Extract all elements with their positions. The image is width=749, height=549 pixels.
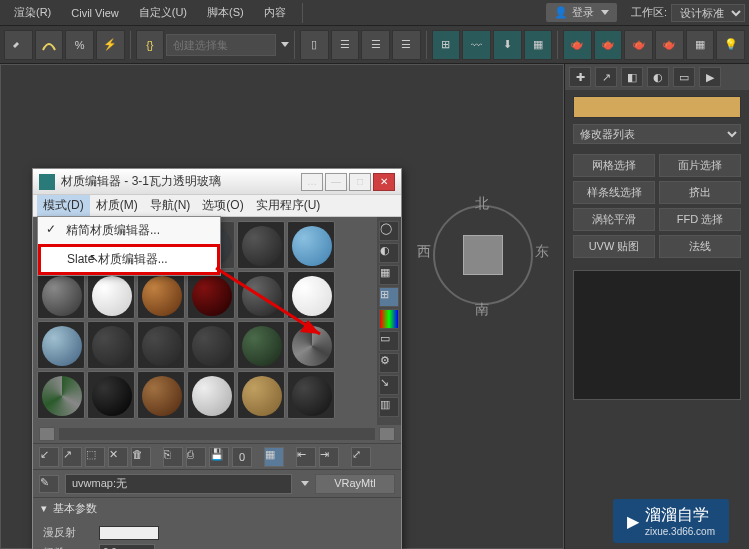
- modifier-btn-spline-select[interactable]: 样条线选择: [573, 181, 655, 204]
- more-button[interactable]: …: [301, 173, 323, 191]
- menu-utilities[interactable]: 实用程序(U): [250, 195, 327, 216]
- sample-uv-icon[interactable]: ⊞: [379, 287, 399, 307]
- schematic-icon[interactable]: ⊞: [432, 30, 461, 60]
- menu-material[interactable]: 材质(M): [90, 195, 144, 216]
- material-id-icon[interactable]: ▥: [379, 397, 399, 417]
- material-slot[interactable]: [287, 271, 335, 319]
- material-slot[interactable]: [187, 371, 235, 419]
- pick-icon[interactable]: ⤢: [351, 447, 371, 467]
- mat-id-icon[interactable]: 0: [232, 447, 252, 467]
- sample-type-icon[interactable]: ◯: [379, 221, 399, 241]
- menu-mode[interactable]: 模式(D): [37, 195, 90, 216]
- options-icon[interactable]: ⚙: [379, 353, 399, 373]
- layers-icon[interactable]: ☰: [392, 30, 421, 60]
- material-slot[interactable]: [37, 321, 85, 369]
- material-slot[interactable]: [37, 371, 85, 419]
- modifier-btn-mesh-select[interactable]: 网格选择: [573, 154, 655, 177]
- utilities-tab-icon[interactable]: ▶: [699, 67, 721, 87]
- material-slot[interactable]: [287, 371, 335, 419]
- modifier-btn-normal[interactable]: 法线: [659, 235, 741, 258]
- bolt-icon[interactable]: ⚡: [96, 30, 125, 60]
- roughness-spinner[interactable]: 0.0: [99, 544, 155, 549]
- brackets-icon[interactable]: {}: [136, 30, 165, 60]
- material-slot[interactable]: [37, 271, 85, 319]
- list-icon[interactable]: ☰: [361, 30, 390, 60]
- curve-icon[interactable]: [35, 30, 64, 60]
- pick-material-icon[interactable]: ✎: [39, 475, 59, 493]
- get-material-icon[interactable]: ↙: [39, 447, 59, 467]
- scroll-left-icon[interactable]: [39, 427, 55, 441]
- delete-icon[interactable]: 🗑: [131, 447, 151, 467]
- create-tab-icon[interactable]: ✚: [569, 67, 591, 87]
- mode-item-compact[interactable]: 精简材质编辑器...: [38, 217, 220, 244]
- modify-tab-icon[interactable]: ↗: [595, 67, 617, 87]
- select-by-mat-icon[interactable]: ↘: [379, 375, 399, 395]
- show-map-icon[interactable]: ▦: [264, 447, 284, 467]
- material-slot[interactable]: [137, 371, 185, 419]
- align-left-icon[interactable]: ☰: [331, 30, 360, 60]
- menu-content[interactable]: 内容: [254, 1, 296, 24]
- material-slot[interactable]: [137, 321, 185, 369]
- material-slot[interactable]: [87, 371, 135, 419]
- menu-civilview[interactable]: Civil View: [61, 3, 128, 23]
- rollout-header-basic[interactable]: ▾ 基本参数: [33, 498, 401, 519]
- go-parent-icon[interactable]: ⇤: [296, 447, 316, 467]
- diffuse-color-swatch[interactable]: [99, 526, 159, 540]
- render-frame-icon[interactable]: 🫖: [594, 30, 623, 60]
- modifier-stack[interactable]: [573, 270, 741, 400]
- modifier-btn-extrude[interactable]: 挤出: [659, 181, 741, 204]
- dope-sheet-icon[interactable]: ⬇: [493, 30, 522, 60]
- assign-icon[interactable]: ⬚: [85, 447, 105, 467]
- display-tab-icon[interactable]: ▭: [673, 67, 695, 87]
- video-color-icon[interactable]: [379, 309, 399, 329]
- material-slot[interactable]: [237, 371, 285, 419]
- material-slot[interactable]: [87, 271, 135, 319]
- put-library-icon[interactable]: 💾: [209, 447, 229, 467]
- put-to-scene-icon[interactable]: ↗: [62, 447, 82, 467]
- teapot2-icon[interactable]: 🫖: [655, 30, 684, 60]
- background-icon[interactable]: ▦: [379, 265, 399, 285]
- material-editor-titlebar[interactable]: 材质编辑器 - 3-1瓦力透明玻璃 … — □ ✕: [33, 169, 401, 195]
- go-forward-icon[interactable]: ⇥: [319, 447, 339, 467]
- menu-navigate[interactable]: 导航(N): [144, 195, 197, 216]
- hierarchy-tab-icon[interactable]: ◧: [621, 67, 643, 87]
- material-slot[interactable]: [137, 271, 185, 319]
- curve-editor-icon[interactable]: 〰: [462, 30, 491, 60]
- scroll-right-icon[interactable]: [379, 427, 395, 441]
- menu-render[interactable]: 渲染(R): [4, 1, 61, 24]
- view-cube[interactable]: 北 南 东 西: [423, 195, 543, 315]
- slot-scrollbar[interactable]: [33, 425, 401, 443]
- reset-icon[interactable]: ✕: [108, 447, 128, 467]
- material-name-input[interactable]: [65, 474, 292, 494]
- material-slot[interactable]: [237, 271, 285, 319]
- teapot-icon[interactable]: 🫖: [624, 30, 653, 60]
- chevron-down-icon[interactable]: [301, 481, 309, 486]
- chevron-down-icon[interactable]: [281, 42, 289, 47]
- align-icon[interactable]: ▯: [300, 30, 329, 60]
- render-icon[interactable]: ▦: [686, 30, 715, 60]
- modifier-btn-uvw-map[interactable]: UVW 贴图: [573, 235, 655, 258]
- minimize-button[interactable]: —: [325, 173, 347, 191]
- modifier-list-select[interactable]: 修改器列表: [573, 124, 741, 144]
- material-slot[interactable]: [187, 271, 235, 319]
- link-icon[interactable]: [4, 30, 33, 60]
- login-button[interactable]: 👤 登录: [546, 3, 617, 22]
- backlight-icon[interactable]: ◐: [379, 243, 399, 263]
- material-slot[interactable]: [237, 221, 285, 269]
- modifier-btn-turbosmooth[interactable]: 涡轮平滑: [573, 208, 655, 231]
- render-setup-icon[interactable]: 🫖: [563, 30, 592, 60]
- mode-item-slate[interactable]: Slate 材质编辑器... ↖: [38, 244, 220, 275]
- material-slot[interactable]: [87, 321, 135, 369]
- light-icon[interactable]: 💡: [716, 30, 745, 60]
- close-button[interactable]: ✕: [373, 173, 395, 191]
- material-slot[interactable]: [287, 221, 335, 269]
- menu-script[interactable]: 脚本(S): [197, 1, 254, 24]
- modifier-btn-ffd-select[interactable]: FFD 选择: [659, 208, 741, 231]
- maximize-button[interactable]: □: [349, 173, 371, 191]
- menu-customize[interactable]: 自定义(U): [129, 1, 197, 24]
- make-preview-icon[interactable]: ▭: [379, 331, 399, 351]
- material-slot[interactable]: [287, 321, 335, 369]
- make-unique-icon[interactable]: ⎙: [186, 447, 206, 467]
- percent-icon[interactable]: %: [65, 30, 94, 60]
- selection-set-input[interactable]: [166, 34, 276, 56]
